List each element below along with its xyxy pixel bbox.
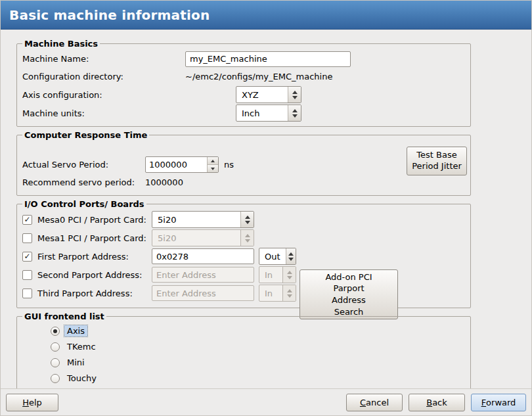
first-parport-label: First Parport Address: [37,252,152,262]
machine-units-row: Machine units: Inch [22,104,465,122]
gui-option-tkemc[interactable]: TKemc [51,340,465,354]
button-label: ack [432,398,447,407]
button-label-mnemonic: C [360,398,366,407]
spinner-buttons [207,157,218,172]
recommend-period-label: Recommend servo period: [22,177,145,187]
third-parport-checkbox[interactable] [22,289,32,298]
radio-button[interactable] [51,358,60,367]
combo-arrows-icon [240,230,254,246]
combo-arrows-icon [288,105,301,121]
help-button[interactable]: Help [6,394,58,411]
mesa1-card-value: 5i20 [152,230,240,246]
machine-units-value: Inch [236,105,288,121]
button-label-line: Parport [333,283,364,294]
machine-name-label: Machine Name: [22,54,185,64]
second-parport-row: Second Parport Address: In [22,266,465,283]
forward-button[interactable]: Forward [471,394,526,411]
servo-period-label: Actual Servo Period: [22,160,145,170]
combo-arrows-icon [286,248,296,264]
io-ports-legend: I/O Control Ports/ Boards [22,199,146,209]
combo-arrows-icon [288,87,301,103]
machine-name-input[interactable] [185,51,351,67]
third-parport-label: Third Parport Address: [37,289,152,298]
config-directory-row: Configuration directory: ~/emc2/configs/… [22,68,465,85]
first-parport-address-input[interactable] [152,248,254,264]
axis-configuration-value: XYZ [236,87,288,103]
button-label: orward [486,398,516,407]
back-button[interactable]: Back [409,394,465,411]
button-label-line: Address [332,294,366,306]
mesa1-row: Mesa1 PCI / Parport Card: 5i20 [22,229,465,246]
io-ports-group: I/O Control Ports/ Boards ✓ Mesa0 PCI / … [16,199,471,308]
mesa0-checkbox[interactable]: ✓ [22,215,32,225]
gui-option-touchy[interactable]: Touchy [51,371,465,385]
first-parport-direction-value: Out [259,248,286,264]
wizard-header: Basic machine information [1,1,531,30]
first-parport-direction-select[interactable]: Out [259,248,296,265]
second-parport-address-input [152,267,254,283]
button-label: ancel [366,398,389,407]
third-parport-direction-select: In [259,285,296,302]
servo-period-unit: ns [224,160,234,170]
combo-arrows-icon [282,267,296,283]
gui-option-axis[interactable]: Axis [51,324,465,338]
third-parport-direction-value: In [259,285,282,301]
button-label-line: Test Base [416,150,456,161]
button-label: elp [29,398,42,407]
recommend-period-row: Recommend servo period: 1000000 [22,174,465,191]
machine-name-row: Machine Name: [22,51,465,67]
gui-option-axis-label: Axis [64,325,87,336]
axis-configuration-select[interactable]: XYZ [236,86,301,103]
recommend-period-value: 1000000 [145,177,183,187]
axis-configuration-row: Axis configuration: XYZ [22,86,465,103]
wizard-window: { "colors": { "titlebar_top": "#5a93ca",… [0,0,532,416]
spin-up-button[interactable] [208,157,218,165]
gui-option-mini[interactable]: Mini [51,356,465,369]
first-parport-row: ✓ First Parport Address: Out [22,248,465,265]
combo-arrows-icon [282,285,296,301]
radio-button[interactable] [51,342,60,352]
third-parport-row: Third Parport Address: In [22,285,465,302]
radio-button[interactable] [51,327,60,336]
test-base-period-jitter-button[interactable]: Test Base Period Jitter [407,147,467,175]
second-parport-direction-value: In [259,267,282,283]
machine-units-label: Machine units: [22,108,185,118]
mesa1-label: Mesa1 PCI / Parport Card: [37,233,152,243]
machine-units-select[interactable]: Inch [236,104,301,122]
content-area: Machine Basics Machine Name: Configurati… [1,30,531,393]
page-title: Basic machine information [9,7,210,23]
mesa0-card-value: 5i20 [152,212,240,227]
gui-option-touchy-label: Touchy [64,373,99,384]
axis-configuration-label: Axis configuration: [22,90,185,100]
mesa0-card-select[interactable]: 5i20 [152,211,254,228]
cancel-button[interactable]: Cancel [346,394,403,411]
second-parport-direction-select: In [259,266,296,283]
mesa0-label: Mesa0 PCI / Parport Card: [37,215,152,225]
third-parport-address-input [152,285,254,301]
mesa1-checkbox[interactable] [22,233,32,243]
config-directory-value: ~/emc2/configs/my_EMC_machine [185,72,332,81]
machine-basics-group: Machine Basics Machine Name: Configurati… [16,39,471,127]
button-label-line: Add-on PCI [325,271,372,283]
servo-period-input[interactable] [146,157,207,172]
button-label-line: Period Jitter [412,161,462,172]
button-label-mnemonic: H [22,398,29,407]
spin-down-button[interactable] [208,165,218,172]
combo-arrows-icon [240,212,254,227]
gui-frontend-legend: GUI frontend list [22,312,106,321]
servo-period-row: Actual Servo Period: ns [22,156,465,173]
gui-frontend-group: GUI frontend list Axis TKemc Mini Touchy [16,312,471,393]
button-label-mnemonic: B [426,398,432,407]
machine-basics-legend: Machine Basics [22,39,100,49]
second-parport-checkbox[interactable] [22,270,32,280]
first-parport-checkbox[interactable]: ✓ [22,252,32,262]
button-label-mnemonic: F [481,398,486,407]
radio-button[interactable] [51,374,60,383]
response-time-legend: Computer Response Time [22,130,149,140]
servo-period-spinner[interactable] [145,156,219,173]
second-parport-label: Second Parport Address: [37,270,152,280]
action-bar: Help Cancel Back Forward [1,388,531,415]
gui-option-mini-label: Mini [64,357,87,368]
response-time-group: Computer Response Time Test Base Period … [16,130,471,196]
mesa1-card-select: 5i20 [152,229,254,246]
